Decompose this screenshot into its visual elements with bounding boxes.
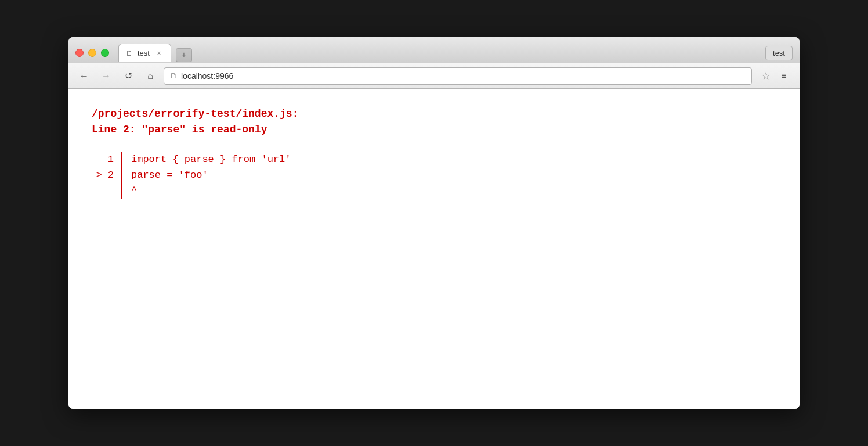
- nav-bar: ← → ↺ ⌂ 🗋 localhost:9966 ☆ ≡: [68, 63, 800, 89]
- maximize-button[interactable]: [101, 49, 109, 57]
- code-line-3: ^: [92, 183, 776, 199]
- active-tab[interactable]: 🗋 test ×: [118, 44, 171, 62]
- forward-button[interactable]: →: [97, 67, 115, 85]
- page-content: /projects/errorify-test/index.js: Line 2…: [68, 89, 800, 409]
- close-button[interactable]: [75, 49, 84, 57]
- code-line-2: > 2 parse = 'foo': [92, 167, 776, 183]
- bookmark-icon[interactable]: ☆: [761, 70, 771, 82]
- line-indicator-2: > 2: [92, 167, 121, 183]
- tab-page-icon: 🗋: [126, 49, 133, 57]
- tab-label: test: [138, 49, 150, 57]
- line-gutter-2: [121, 167, 122, 183]
- title-bar: 🗋 test × + test: [68, 37, 800, 63]
- tabs-area: 🗋 test × +: [118, 44, 765, 62]
- code-block: 1 import { parse } from 'url' > 2 parse …: [92, 152, 776, 199]
- address-text: localhost:9966: [181, 71, 746, 81]
- minimize-button[interactable]: [88, 49, 96, 57]
- error-line-1: /projects/errorify-test/index.js:: [92, 106, 776, 122]
- back-button[interactable]: ←: [75, 67, 93, 85]
- error-header: /projects/errorify-test/index.js: Line 2…: [92, 106, 776, 138]
- line-content-2: parse = 'foo': [131, 167, 208, 183]
- home-button[interactable]: ⌂: [142, 67, 159, 85]
- tab-close-button[interactable]: ×: [154, 49, 164, 58]
- line-gutter-1: [121, 152, 122, 167]
- line-content-3: ^: [131, 183, 137, 199]
- address-bar[interactable]: 🗋 localhost:9966: [164, 67, 752, 85]
- error-line-2: Line 2: "parse" is read-only: [92, 122, 776, 138]
- menu-icon[interactable]: ≡: [775, 67, 793, 85]
- browser-window: 🗋 test × + test ← → ↺ ⌂ 🗋 localhost:9966…: [68, 37, 800, 409]
- traffic-lights: [75, 49, 109, 57]
- profile-button[interactable]: test: [765, 46, 793, 60]
- line-number-1: 1: [92, 152, 121, 167]
- new-tab-button[interactable]: +: [176, 48, 192, 62]
- line-content-1: import { parse } from 'url': [131, 152, 291, 167]
- code-line-1: 1 import { parse } from 'url': [92, 152, 776, 167]
- line-gutter-3: [121, 183, 122, 199]
- page-icon: 🗋: [170, 71, 178, 80]
- reload-button[interactable]: ↺: [120, 67, 137, 85]
